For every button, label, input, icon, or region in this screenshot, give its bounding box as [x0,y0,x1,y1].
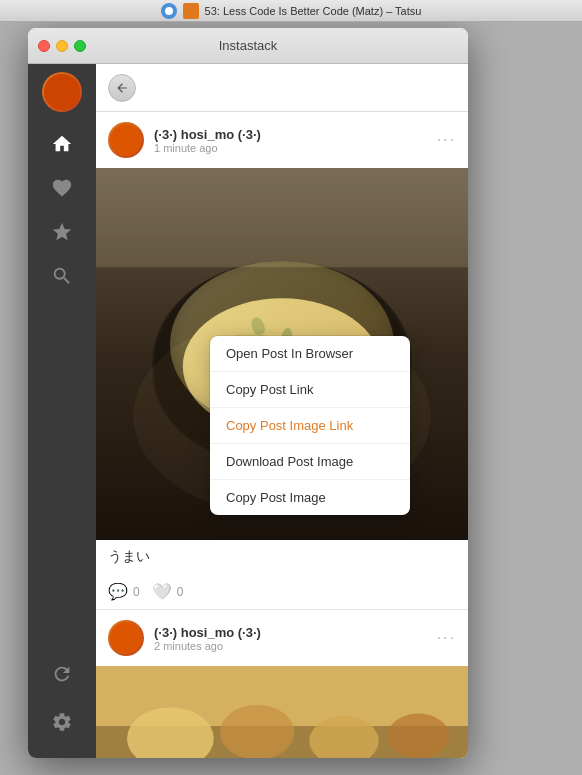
like-icon: 🤍 [152,582,172,601]
comment-icon: 💬 [108,582,128,601]
sidebar [28,64,96,758]
svg-rect-6 [96,168,468,267]
tab-favicon [183,3,199,19]
comment-count: 0 [133,585,140,599]
back-area [96,64,468,112]
svg-point-0 [165,7,173,15]
post-menu-button[interactable]: ··· [437,131,456,149]
feed: (·3·) hosi_mo (·3·) 1 minute ago ··· [96,112,468,758]
post-caption: うまい [96,540,468,574]
post-menu-button-2[interactable]: ··· [437,629,456,647]
svg-point-3 [183,298,381,434]
post-image-2[interactable] [96,666,468,758]
post-time-2: 2 minutes ago [154,640,427,652]
window-titlebar: Instastack [28,28,468,64]
app-title: Instastack [219,38,278,53]
post-card: (·3·) hosi_mo (·3·) 1 minute ago ··· [96,112,468,610]
main-content: (·3·) hosi_mo (·3·) 1 minute ago ··· [96,64,468,758]
sidebar-item-home[interactable] [42,124,82,164]
post-time: 1 minute ago [154,142,427,154]
sidebar-item-search[interactable] [42,256,82,296]
comment-action[interactable]: 💬 0 [108,582,140,601]
close-button[interactable] [38,40,50,52]
maximize-button[interactable] [74,40,86,52]
svg-point-10 [220,705,294,758]
post-image[interactable] [96,168,468,540]
post-header-2: (·3·) hosi_mo (·3·) 2 minutes ago ··· [96,610,468,666]
tab-area: 53: Less Code Is Better Code (Matz) – Ta… [8,3,574,19]
post-username-2: (·3·) hosi_mo (·3·) [154,625,427,640]
post-actions: 💬 0 🤍 0 [96,574,468,609]
post-username: (·3·) hosi_mo (·3·) [154,127,427,142]
post-card-2: (·3·) hosi_mo (·3·) 2 minutes ago ··· [96,610,468,758]
post-header: (·3·) hosi_mo (·3·) 1 minute ago ··· [96,112,468,168]
post-avatar [108,122,144,158]
user-avatar[interactable] [42,72,82,112]
sidebar-item-refresh[interactable] [42,654,82,694]
app-window: Instastack [28,28,468,758]
post-meta-2: (·3·) hosi_mo (·3·) 2 minutes ago [154,625,427,652]
tab-title: 53: Less Code Is Better Code (Matz) – Ta… [205,5,422,17]
like-count: 0 [177,585,184,599]
window-controls [38,40,86,52]
post-meta: (·3·) hosi_mo (·3·) 1 minute ago [154,127,427,154]
minimize-button[interactable] [56,40,68,52]
sidebar-item-settings[interactable] [42,702,82,742]
sidebar-bottom [42,654,82,758]
os-titlebar: 53: Less Code Is Better Code (Matz) – Ta… [0,0,582,22]
svg-point-12 [387,714,449,758]
like-action[interactable]: 🤍 0 [152,582,184,601]
sidebar-item-starred[interactable] [42,212,82,252]
back-button[interactable] [108,74,136,102]
sidebar-item-likes[interactable] [42,168,82,208]
tab-icon [161,3,177,19]
post-avatar-2 [108,620,144,656]
